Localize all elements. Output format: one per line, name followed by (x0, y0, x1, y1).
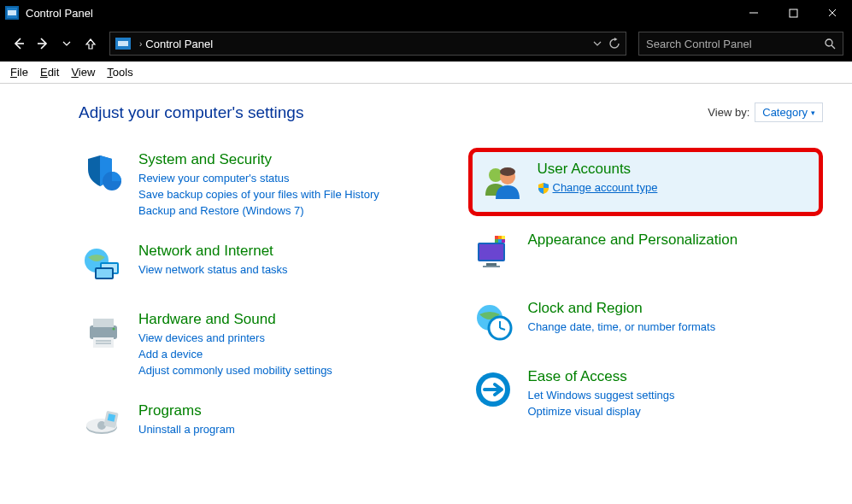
menu-file[interactable]: File (10, 66, 28, 79)
page-title: Adjust your computer's settings (79, 103, 303, 122)
category-link[interactable]: View devices and printers (138, 331, 332, 344)
shield-icon (82, 151, 125, 194)
breadcrumb-dropdown-icon[interactable] (593, 39, 602, 48)
menubar: File Edit View Tools (0, 62, 852, 84)
category-link[interactable]: Change date, time, or number formats (528, 320, 716, 333)
recent-dropdown-button[interactable] (56, 33, 77, 54)
svg-rect-3 (790, 9, 797, 17)
right-column: User Accounts Change account type Appear… (468, 148, 824, 467)
user-accounts-icon (481, 161, 524, 203)
close-button[interactable] (813, 0, 852, 26)
svg-rect-28 (108, 413, 115, 421)
titlebar: Control Panel (0, 0, 852, 26)
window-controls (734, 0, 852, 26)
minimize-button[interactable] (734, 0, 773, 26)
category-title[interactable]: User Accounts (538, 161, 658, 178)
view-by-label: View by: (708, 106, 749, 119)
svg-point-31 (500, 167, 515, 176)
svg-rect-19 (93, 319, 114, 327)
category-link-label: Change account type (553, 181, 658, 194)
uac-shield-icon (538, 182, 549, 194)
category-link[interactable]: Backup and Restore (Windows 7) (138, 204, 379, 217)
back-button[interactable] (9, 33, 29, 54)
ease-of-access-icon (472, 368, 514, 411)
addressbar: › Control Panel Search Control Panel (0, 26, 852, 62)
category-appearance-personalization[interactable]: Appearance and Personalization (468, 228, 824, 278)
clock-globe-icon (472, 300, 514, 343)
view-by-value: Category (762, 106, 808, 119)
category-title[interactable]: Clock and Region (528, 300, 716, 317)
category-clock-region[interactable]: Clock and Region Change date, time, or n… (468, 296, 824, 346)
refresh-icon[interactable] (608, 38, 620, 50)
category-title[interactable]: Ease of Access (528, 368, 675, 385)
svg-rect-40 (498, 239, 502, 243)
search-icon[interactable] (825, 38, 836, 50)
svg-rect-38 (502, 236, 505, 239)
chevron-right-icon: › (139, 39, 142, 49)
category-network-internet[interactable]: Network and Internet View network status… (79, 239, 434, 289)
svg-rect-18 (90, 325, 117, 339)
category-link[interactable]: Uninstall a program (138, 423, 235, 436)
search-input[interactable]: Search Control Panel (638, 32, 843, 56)
category-title[interactable]: System and Security (138, 151, 379, 168)
category-link[interactable]: Review your computer's status (138, 172, 379, 185)
category-user-accounts[interactable]: User Accounts Change account type (468, 148, 824, 216)
category-ease-of-access[interactable]: Ease of Access Let Windows suggest setti… (468, 365, 824, 421)
svg-rect-34 (486, 263, 497, 266)
svg-rect-36 (495, 236, 498, 239)
category-link[interactable]: View network status and tasks (138, 263, 288, 276)
category-programs[interactable]: Programs Uninstall a program (79, 399, 434, 448)
programs-icon (82, 402, 125, 445)
svg-rect-41 (502, 239, 505, 243)
category-system-security[interactable]: System and Security Review your computer… (79, 148, 434, 220)
category-link[interactable]: Optimize visual display (528, 405, 675, 418)
category-title[interactable]: Hardware and Sound (138, 311, 332, 328)
monitor-palette-icon (472, 231, 514, 274)
category-title[interactable]: Appearance and Personalization (528, 231, 738, 249)
category-link[interactable]: Add a device (138, 348, 332, 360)
content: Adjust your computer's settings View by:… (0, 84, 852, 484)
svg-rect-17 (97, 269, 112, 278)
svg-rect-1 (8, 10, 16, 15)
menu-edit[interactable]: Edit (40, 66, 59, 79)
left-column: System and Security Review your computer… (79, 148, 434, 467)
category-link[interactable]: Save backup copies of your files with Fi… (138, 188, 379, 201)
printer-icon (82, 311, 125, 354)
titlebar-app-icon (5, 6, 19, 20)
category-link[interactable]: Let Windows suggest settings (528, 389, 675, 401)
svg-point-23 (113, 328, 115, 331)
category-link[interactable]: Adjust commonly used mobility settings (138, 364, 332, 377)
maximize-button[interactable] (773, 0, 813, 26)
breadcrumb-text[interactable]: Control Panel (145, 38, 213, 50)
breadcrumb-icon (115, 38, 131, 50)
breadcrumb[interactable]: › Control Panel (109, 32, 626, 56)
svg-rect-20 (93, 337, 114, 348)
search-placeholder: Search Control Panel (646, 38, 752, 50)
svg-rect-37 (498, 236, 502, 239)
svg-rect-39 (495, 239, 498, 243)
svg-line-11 (831, 45, 835, 49)
view-by: View by: Category ▾ (708, 103, 823, 122)
titlebar-title: Control Panel (26, 7, 734, 20)
forward-button[interactable] (32, 33, 53, 54)
category-hardware-sound[interactable]: Hardware and Sound View devices and prin… (79, 308, 434, 380)
caret-down-icon: ▾ (811, 108, 815, 117)
svg-rect-35 (483, 266, 500, 267)
menu-tools[interactable]: Tools (107, 66, 132, 79)
svg-rect-33 (479, 244, 503, 260)
category-title[interactable]: Network and Internet (138, 243, 288, 260)
svg-point-10 (826, 39, 832, 46)
globe-network-icon (82, 243, 125, 285)
svg-rect-9 (118, 41, 128, 46)
menu-view[interactable]: View (71, 66, 95, 79)
view-by-select[interactable]: Category ▾ (755, 103, 823, 122)
category-title[interactable]: Programs (138, 402, 235, 419)
category-link-change-account-type[interactable]: Change account type (538, 181, 658, 194)
up-button[interactable] (80, 33, 101, 54)
